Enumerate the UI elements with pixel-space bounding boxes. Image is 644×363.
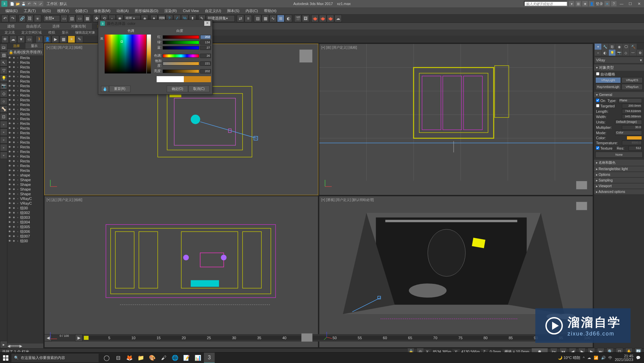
sun-icon[interactable]: ☀ — [68, 36, 75, 43]
tray-cloud-icon[interactable]: ☁ — [587, 356, 591, 360]
vp-label-front[interactable]: [+] [前] [用户定义] [线框] — [321, 45, 357, 50]
close-button[interactable]: ✕ — [635, 1, 643, 6]
ribbon-tab[interactable]: 自由形式 — [21, 23, 46, 30]
tray-time[interactable]: 21:45 — [615, 354, 633, 358]
eyedropper-button[interactable]: 💧 — [101, 86, 109, 92]
help-icon[interactable]: ? — [611, 1, 616, 6]
modify-tab-icon[interactable]: 🔧 — [602, 44, 608, 50]
scene-hscroll[interactable]: ◀━━━━▶ — [7, 344, 43, 348]
targeted-input[interactable]: 200.0mm — [622, 104, 642, 108]
multiplier-input[interactable]: 30.0 — [622, 125, 642, 130]
misc5-icon[interactable]: ▫ — [0, 152, 7, 159]
open-icon[interactable]: 📂 — [15, 1, 20, 6]
sv-picker[interactable] — [105, 35, 146, 73]
rollout-head[interactable]: ▸ Advanced options — [594, 189, 644, 194]
trackbar-next-key-icon[interactable]: ▶ — [75, 334, 83, 342]
firefox-icon[interactable]: 🦊 — [124, 353, 135, 363]
lights-icon[interactable]: 💡 — [609, 50, 615, 56]
tab-select[interactable]: 选择 — [7, 43, 25, 49]
trackbar[interactable]: ◀ 0 / 100 ▶ 0510152025303540455055606570… — [44, 334, 593, 342]
scene-item[interactable]: 👁❄▫Shape — [7, 177, 43, 182]
render-setup-button[interactable]: 🎬 — [294, 15, 302, 22]
search-input[interactable] — [524, 1, 568, 6]
scene-item[interactable]: 👁❄▫Recta — [7, 102, 43, 107]
display-icon[interactable]: ▦ — [60, 36, 67, 43]
menu-item[interactable]: 视图(V) — [54, 8, 72, 14]
s-value[interactable]: 221 — [200, 61, 211, 66]
on-check[interactable]: On — [596, 99, 605, 103]
scene-item[interactable]: 👁❄▫组003 — [7, 215, 43, 220]
scene-item[interactable]: 👁❄▫组00 — [7, 206, 43, 210]
scene-item[interactable]: 👁❄▫Recta — [7, 135, 43, 140]
viewcube-left[interactable] — [301, 333, 313, 342]
ribbon-subtab[interactable]: 定义空闲区域 — [19, 30, 44, 35]
viewcube-front[interactable] — [576, 181, 587, 190]
scene-item[interactable]: 👁❄▫Recta — [7, 69, 43, 74]
minimize-button[interactable]: — — [618, 1, 625, 6]
scene-item[interactable]: 👁❄▫Recta — [7, 84, 43, 88]
motion-tab-icon[interactable]: ◉ — [616, 44, 623, 50]
menu-item[interactable]: 编辑(E) — [3, 8, 20, 14]
viewcube-top[interactable] — [299, 49, 313, 63]
vp-label-top[interactable]: [+] [顶] [用户定义] [线框] — [47, 45, 82, 50]
curve-editor-button[interactable]: ∿ — [269, 15, 277, 22]
type-combo[interactable]: Plane — [619, 98, 642, 103]
render-teapot2-button[interactable]: 🫖 — [319, 15, 326, 22]
toggle-ribbon-button[interactable]: ▦ — [262, 15, 269, 22]
ribbon-subtab[interactable]: 定义流 — [2, 30, 17, 35]
link-button[interactable]: 🔗 — [18, 15, 26, 22]
scene-item[interactable]: 👁❄▫VRayC — [7, 201, 43, 206]
scene-item[interactable]: 👁❄▫组005 — [7, 224, 43, 229]
vp-label-persp[interactable]: [+] [透视] [用户定义] [默认明暗处理] — [321, 198, 374, 202]
layer-explorer-button[interactable]: ▤ — [254, 15, 261, 22]
scene-item[interactable]: 👁❄▫Recta — [7, 116, 43, 121]
ribbon-subtab[interactable]: 显示 — [59, 30, 71, 35]
taskbar-search[interactable]: 🔍在这里输入你要搜索的内容 — [11, 354, 99, 362]
down-icon[interactable]: ▼ — [17, 36, 25, 43]
length-input[interactable]: 744.616mm — [622, 109, 642, 114]
misc3-icon[interactable]: ▫ — [0, 136, 7, 144]
b-slider[interactable] — [163, 46, 199, 50]
scene-item[interactable]: 👁❄▫Recta — [7, 154, 43, 159]
scene-item[interactable]: 👁❄▫Recta — [7, 107, 43, 112]
app4-icon[interactable]: 📊 — [193, 353, 203, 363]
v-value[interactable]: 202 — [200, 69, 211, 73]
ribbon-tab[interactable]: 选择 — [47, 23, 65, 30]
type-vrayies[interactable]: VRayIES — [622, 77, 643, 83]
cloud-icon[interactable]: ☁ — [9, 36, 17, 43]
scene-item[interactable]: 👁❄▫组006 — [7, 229, 43, 234]
scene-item[interactable]: 👁❄▫Recta — [7, 112, 43, 116]
menu-item[interactable]: 创建(C) — [72, 8, 90, 14]
maximize-button[interactable]: ☐ — [627, 1, 634, 6]
scene-item[interactable]: 👁❄▫Recta — [7, 55, 43, 60]
menu-item[interactable]: Civil View — [180, 8, 201, 13]
display-tab-icon[interactable]: 🖵 — [623, 44, 630, 50]
bone-icon[interactable]: 🦴 — [0, 105, 7, 113]
scene-item[interactable]: 👁❄▫Recta — [7, 159, 43, 163]
dialog-titlebar[interactable]: 3 颜色选择器: color ✕ — [98, 20, 212, 27]
rollout-head[interactable]: ▸ Viewport — [594, 184, 644, 189]
g-slider[interactable] — [163, 41, 199, 44]
viewport-front[interactable]: [+] [前] [用户定义] [线框] — [319, 44, 593, 195]
notifications-icon[interactable]: 💬 — [636, 356, 641, 360]
render-teapot-button[interactable]: 🫖 — [311, 15, 319, 22]
misc1-icon[interactable]: ▫ — [0, 121, 7, 128]
scene-item[interactable]: 👁❄▫Shape — [7, 182, 43, 187]
mirror-button[interactable]: ⇄ — [237, 15, 244, 22]
app2-icon[interactable]: 🖌 — [158, 353, 169, 363]
rollout-head-objtype[interactable]: ▾ 对象类型 — [594, 64, 644, 71]
h-slider[interactable] — [163, 54, 199, 58]
group-icon[interactable]: ⊡ — [0, 113, 7, 120]
scene-item[interactable]: 👁❄▫Recta — [7, 168, 43, 173]
favorite-icon[interactable]: ★ — [582, 1, 588, 6]
edge-icon[interactable]: 🌐 — [170, 353, 180, 363]
scene-item[interactable]: 👁❄▫组007 — [7, 234, 43, 239]
menu-item[interactable]: 组(G) — [39, 8, 54, 14]
tab-display[interactable]: 显示 — [25, 43, 44, 49]
hierarchy-tab-icon[interactable]: ⛓ — [609, 44, 615, 50]
viewport-left[interactable]: [+] [左] [用户定义] [线框] — [44, 196, 318, 348]
redo-icon[interactable]: ↷ — [32, 1, 38, 6]
s-slider[interactable] — [163, 62, 199, 65]
shapes-icon[interactable]: ◐ — [602, 50, 608, 56]
autogrid-check[interactable]: 自动栅格 — [596, 72, 615, 77]
